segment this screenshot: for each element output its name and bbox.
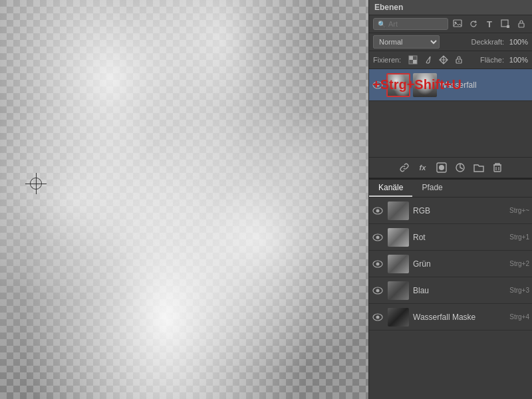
folder-icon <box>473 162 484 173</box>
svg-rect-8 <box>409 60 413 64</box>
opacity-value: 100% <box>507 38 528 46</box>
lock-all-icon <box>454 55 464 65</box>
fx-icon: fx <box>420 164 426 172</box>
channel-thumb-mask <box>388 308 409 327</box>
crosshair-cursor <box>25 173 47 194</box>
channel-item-rgb[interactable]: RGB Strg+~ <box>369 198 532 224</box>
eye-icon <box>372 313 383 321</box>
layer-transform-btn[interactable] <box>499 17 512 31</box>
eye-icon <box>372 287 383 295</box>
search-icon: 🔍 <box>378 21 386 28</box>
layer-adjustment-btn[interactable] <box>453 160 467 175</box>
layer-visibility-toggle[interactable] <box>372 79 384 91</box>
mask-icon <box>436 162 447 173</box>
channel-visibility-grun[interactable] <box>372 258 384 270</box>
checkered-icon <box>408 55 418 65</box>
text-icon: T <box>487 19 492 29</box>
fix-lock-all-btn[interactable] <box>452 53 466 66</box>
channels-section: Kanäle Pfade RGB Strg+~ <box>369 180 532 399</box>
flache-value: 100% <box>507 56 528 64</box>
channel-visibility-rot[interactable] <box>372 231 384 243</box>
channel-item-mask[interactable]: Wasserfall Maske Strg+4 <box>369 304 532 331</box>
channel-visibility-blau[interactable] <box>372 285 384 297</box>
svg-point-25 <box>376 262 380 265</box>
layer-thumb-visual <box>388 74 409 96</box>
channel-visibility-rgb[interactable] <box>372 205 384 217</box>
search-input[interactable] <box>388 20 422 28</box>
channel-shortcut-mask: Strg+4 <box>509 313 529 321</box>
layer-mask-btn[interactable] <box>434 160 449 175</box>
layer-item[interactable]: Wasserfall <box>369 69 532 101</box>
svg-rect-6 <box>413 60 417 64</box>
channel-thumb-rot <box>388 228 409 247</box>
svg-rect-4 <box>519 23 524 27</box>
svg-point-11 <box>458 61 460 62</box>
channel-visibility-mask[interactable] <box>372 311 384 323</box>
channel-shortcut-rgb: Strg+~ <box>509 207 529 214</box>
refresh-icon <box>469 19 478 29</box>
fix-icons <box>406 53 466 66</box>
adjustment-icon <box>455 162 466 173</box>
layer-link-btn[interactable] <box>397 160 412 175</box>
tab-pfade[interactable]: Pfade <box>412 180 452 197</box>
channel-item-rot[interactable]: Rot Strg+1 <box>369 224 532 251</box>
layer-action-bar: fx <box>369 157 532 178</box>
canvas-area[interactable] <box>0 0 368 399</box>
channel-item-blau[interactable]: Blau Strg+3 <box>369 277 532 304</box>
channel-shortcut-grun: Strg+2 <box>509 260 529 267</box>
layer-fx-btn[interactable]: fx <box>416 160 430 175</box>
layer-lock-btn[interactable] <box>515 17 528 31</box>
channel-thumb-blau <box>388 281 409 300</box>
layer-delete-btn[interactable] <box>490 160 505 175</box>
right-panel: Ebenen 🔍 T <box>368 0 532 399</box>
svg-point-21 <box>376 209 380 212</box>
channel-name-mask: Wasserfall Maske <box>413 313 505 322</box>
fixieren-row: Fixieren: <box>369 51 532 69</box>
fix-brush-btn[interactable] <box>422 53 435 66</box>
channel-name-rgb: RGB <box>413 206 505 215</box>
channel-shortcut-blau: Strg+3 <box>509 287 529 294</box>
layer-filter-btn[interactable] <box>451 17 464 31</box>
svg-point-23 <box>376 235 380 239</box>
layer-refresh-btn[interactable] <box>467 17 480 31</box>
svg-point-27 <box>376 289 380 292</box>
panel-header: Ebenen <box>369 0 532 15</box>
layer-folder-btn[interactable] <box>471 160 486 175</box>
brush-icon <box>424 55 433 65</box>
channel-thumb-grun <box>388 255 409 273</box>
flache-row: Fläche: 100% <box>480 56 528 64</box>
fix-move-btn[interactable] <box>437 53 450 66</box>
channel-list[interactable]: RGB Strg+~ Rot Strg+1 Grün <box>369 198 532 399</box>
layer-mask-visual <box>413 73 437 97</box>
svg-rect-17 <box>494 165 501 172</box>
opacity-row: Deckkraft: 100% <box>444 38 528 46</box>
layer-thumbnail <box>386 73 410 97</box>
eye-icon <box>372 207 383 215</box>
layer-text-btn[interactable]: T <box>483 17 496 31</box>
fixieren-label: Fixieren: <box>373 56 401 64</box>
svg-rect-3 <box>507 25 509 28</box>
tab-kanale[interactable]: Kanäle <box>369 180 412 197</box>
lock-icon <box>517 19 526 29</box>
fix-checkered-btn[interactable] <box>406 53 420 66</box>
search-box[interactable]: 🔍 <box>373 18 448 30</box>
link-icon <box>399 162 410 173</box>
transform-icon <box>501 19 510 29</box>
channel-shortcut-rot: Strg+1 <box>509 233 529 241</box>
channel-thumb-rgb <box>388 201 409 220</box>
layers-section: Ebenen 🔍 T <box>369 0 532 180</box>
svg-rect-0 <box>454 20 462 27</box>
eye-icon <box>372 81 383 89</box>
layer-name: Wasserfall <box>440 80 529 90</box>
channel-item-grun[interactable]: Grün Strg+2 <box>369 251 532 277</box>
layer-list[interactable]: Wasserfall <box>369 69 532 157</box>
move-icon <box>439 55 448 65</box>
canvas-image <box>0 0 368 399</box>
blend-mode-select[interactable]: Normal <box>373 35 440 49</box>
flache-label: Fläche: <box>480 56 504 64</box>
channel-name-blau: Blau <box>413 286 505 295</box>
channel-name-grun: Grün <box>413 259 505 269</box>
svg-point-15 <box>439 165 444 170</box>
opacity-label: Deckkraft: <box>471 38 504 46</box>
image-icon <box>453 19 462 29</box>
